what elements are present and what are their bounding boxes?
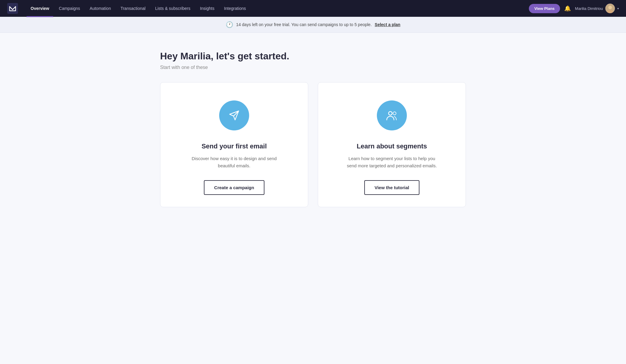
- svg-point-2: [608, 6, 612, 9]
- view-plans-button[interactable]: View Plans: [529, 4, 560, 13]
- nav-item-insights[interactable]: Insights: [196, 4, 219, 13]
- learn-segments-card: Learn about segments Learn how to segmen…: [318, 82, 466, 207]
- send-email-title: Send your first email: [201, 142, 267, 150]
- view-tutorial-button[interactable]: View the tutorial: [364, 180, 419, 195]
- learn-segments-desc: Learn how to segment your lists to help …: [344, 155, 440, 169]
- people-icon: [385, 109, 399, 122]
- clock-icon: 🕐: [226, 21, 233, 28]
- send-email-card: Send your first email Discover how easy …: [160, 82, 308, 207]
- user-menu[interactable]: Marilia Dimitriou ▾: [575, 4, 619, 13]
- banner-text: 14 days left on your free trial. You can…: [236, 22, 372, 27]
- svg-point-4: [389, 112, 392, 115]
- greeting-subtitle: Start with one of these: [160, 65, 466, 70]
- user-name: Marilia Dimitriou: [575, 6, 603, 11]
- learn-segments-icon-circle: [377, 100, 407, 130]
- greeting-title: Hey Marilia, let's get started.: [160, 51, 466, 62]
- logo[interactable]: [7, 3, 18, 14]
- send-email-icon-circle: [219, 100, 249, 130]
- main-content: Hey Marilia, let's get started. Start wi…: [148, 33, 478, 219]
- svg-rect-0: [7, 3, 18, 14]
- send-email-desc: Discover how easy it is to design and se…: [186, 155, 282, 169]
- nav-item-automation[interactable]: Automation: [85, 4, 115, 13]
- chevron-down-icon: ▾: [617, 7, 619, 10]
- nav-item-integrations[interactable]: Integrations: [220, 4, 250, 13]
- nav-item-campaigns[interactable]: Campaigns: [55, 4, 84, 13]
- learn-segments-title: Learn about segments: [357, 142, 427, 150]
- svg-point-5: [393, 112, 396, 115]
- main-nav: Overview Campaigns Automation Transactio…: [0, 0, 626, 17]
- cards-row: Send your first email Discover how easy …: [160, 82, 466, 207]
- nav-item-lists[interactable]: Lists & subscribers: [151, 4, 194, 13]
- bell-icon[interactable]: 🔔: [564, 5, 571, 12]
- select-plan-link[interactable]: Select a plan: [375, 22, 401, 27]
- nav-item-transactional[interactable]: Transactional: [116, 4, 150, 13]
- nav-right: View Plans 🔔 Marilia Dimitriou ▾: [529, 4, 619, 13]
- avatar: [605, 4, 615, 13]
- nav-items: Overview Campaigns Automation Transactio…: [26, 4, 529, 13]
- trial-banner: 🕐 14 days left on your free trial. You c…: [0, 17, 626, 33]
- send-icon: [227, 109, 241, 122]
- nav-item-overview[interactable]: Overview: [26, 4, 53, 13]
- create-campaign-button[interactable]: Create a campaign: [204, 180, 264, 195]
